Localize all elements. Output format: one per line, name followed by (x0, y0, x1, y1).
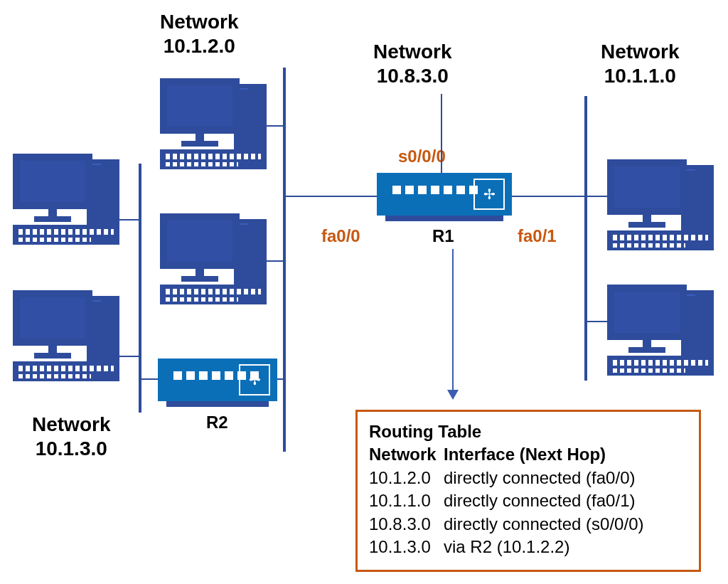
table-row: 10.1.3.0via R2 (10.1.2.2) (369, 536, 687, 558)
col-network: Network (369, 443, 444, 466)
network-10-1-3-0-label: Network 10.1.3.0 (32, 413, 110, 460)
router-r1-icon: ✢ (377, 173, 512, 216)
network-title-3: Network (601, 41, 679, 63)
network-10-1-1-0-label: Network 10.1.1.0 (601, 40, 679, 87)
route-network: 10.1.3.0 (369, 536, 444, 558)
link-line (277, 378, 284, 380)
network-diagram: Network 10.1.2.0 Network 10.8.3.0 Networ… (0, 0, 728, 584)
arrow-to-routing-table (452, 249, 454, 398)
pc-icon (160, 213, 267, 309)
table-row: 10.8.3.0directly connected (s0/0/0) (369, 513, 687, 536)
interface-fa0-1: fa0/1 (518, 226, 557, 246)
interface-fa0-0: fa0/0 (321, 226, 360, 246)
route-network: 10.1.1.0 (369, 489, 444, 512)
link-line (267, 260, 284, 262)
interface-s0-0-0: s0/0/0 (398, 147, 446, 166)
route-nexthop: directly connected (fa0/1) (444, 491, 635, 510)
col-nexthop: Interface (Next Hop) (444, 445, 606, 464)
segment-10-1-3-0 (139, 164, 141, 413)
routing-table: Routing Table NetworkInterface (Next Hop… (355, 410, 701, 572)
pc-icon (160, 78, 267, 174)
table-row: 10.1.1.0directly connected (fa0/1) (369, 489, 687, 512)
link-line (119, 219, 139, 221)
link-line (587, 321, 607, 322)
network-title-2: Network (373, 41, 451, 63)
segment-10-1-1-0 (584, 96, 587, 381)
router-symbol-icon: ✢ (473, 179, 505, 210)
route-network: 10.8.3.0 (369, 513, 444, 536)
pc-icon (13, 154, 119, 250)
route-network: 10.1.2.0 (369, 467, 444, 489)
link-line (441, 94, 442, 173)
routing-table-columns: NetworkInterface (Next Hop) (369, 443, 687, 466)
link-line (512, 196, 586, 197)
network-ip-2: 10.8.3.0 (377, 65, 449, 87)
network-title-1: Network (160, 11, 238, 33)
pc-icon (607, 159, 714, 255)
network-10-8-3-0-label: Network 10.8.3.0 (373, 40, 451, 87)
link-line (267, 125, 284, 127)
router-symbol-icon: ✢ (239, 364, 270, 395)
route-nexthop: directly connected (fa0/0) (444, 468, 635, 487)
network-ip-3: 10.1.1.0 (604, 65, 676, 87)
network-ip-4: 10.1.3.0 (36, 437, 107, 460)
link-line (119, 356, 139, 357)
router-r1-label: R1 (432, 226, 454, 246)
route-nexthop: directly connected (s0/0/0) (444, 514, 643, 533)
router-r2-icon: ✢ (158, 359, 277, 401)
link-line (286, 196, 377, 197)
network-ip-1: 10.1.2.0 (164, 35, 235, 57)
pc-icon (607, 285, 714, 381)
network-title-4: Network (32, 413, 110, 435)
network-10-1-2-0-label: Network 10.1.2.0 (160, 10, 238, 58)
link-line (587, 196, 607, 197)
routing-table-title: Routing Table (369, 420, 687, 443)
pc-icon (13, 290, 119, 386)
route-nexthop: via R2 (10.1.2.2) (444, 537, 569, 556)
router-r2-label: R2 (206, 413, 228, 432)
link-line (141, 378, 158, 380)
table-row: 10.1.2.0directly connected (fa0/0) (369, 467, 687, 489)
